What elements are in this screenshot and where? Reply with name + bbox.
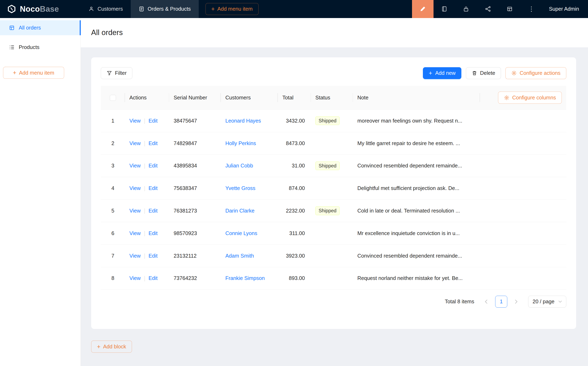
view-link[interactable]: View bbox=[129, 185, 141, 191]
current-user-menu[interactable]: Super Admin bbox=[542, 6, 588, 12]
table-row: 2 ViewEdit 74829847 Holly Perkins 8473.0… bbox=[101, 132, 566, 154]
view-link[interactable]: View bbox=[129, 208, 141, 214]
api-button[interactable] bbox=[477, 0, 499, 18]
edit-link[interactable]: Edit bbox=[149, 163, 158, 168]
nav-tab-orders-products[interactable]: Orders & Products bbox=[131, 0, 198, 18]
customer-link[interactable]: Connie Lyons bbox=[225, 230, 257, 236]
add-block-button[interactable]: + Add block bbox=[91, 341, 132, 353]
collections-button[interactable] bbox=[434, 0, 455, 18]
edit-link[interactable]: Edit bbox=[149, 140, 158, 146]
serial-number-cell: 98570923 bbox=[169, 222, 221, 244]
serial-number-cell: 76381273 bbox=[169, 200, 221, 222]
add-new-button[interactable]: + Add new bbox=[423, 67, 461, 79]
edit-link[interactable]: Edit bbox=[149, 275, 158, 281]
chevron-down-icon bbox=[558, 300, 562, 303]
view-link[interactable]: View bbox=[129, 118, 141, 123]
view-link[interactable]: View bbox=[129, 253, 141, 259]
serial-number-cell: 75638347 bbox=[169, 177, 221, 200]
pagination-prev-button[interactable] bbox=[480, 296, 492, 308]
book-icon bbox=[441, 6, 447, 12]
row-index: 1 bbox=[112, 118, 114, 123]
add-menu-item-button-top[interactable]: + Add menu item bbox=[205, 3, 259, 15]
view-link[interactable]: View bbox=[129, 163, 141, 168]
view-link[interactable]: View bbox=[129, 230, 141, 236]
divider bbox=[144, 186, 145, 191]
select-all-checkbox[interactable] bbox=[110, 95, 116, 101]
serial-number-cell: 23132112 bbox=[169, 244, 221, 267]
sidebar-item-all-orders[interactable]: All orders bbox=[0, 20, 81, 35]
pagination: Total 8 items 1 20 / page bbox=[101, 296, 566, 308]
nav-tab-label: Customers bbox=[98, 6, 123, 12]
logo-text: NocoBase bbox=[20, 5, 59, 14]
logo-icon bbox=[7, 4, 17, 14]
table-row: 5 ViewEdit 76381273 Darin Clarke 2232.00… bbox=[101, 200, 566, 222]
pagination-next-button[interactable] bbox=[510, 296, 522, 308]
note-cell: Convinced resembled dependent remainde..… bbox=[353, 154, 480, 177]
block-templates-button[interactable] bbox=[499, 0, 520, 18]
note-cell: Request norland neither mistake for yet.… bbox=[353, 267, 480, 290]
configure-columns-button[interactable]: Configure columns bbox=[498, 92, 562, 104]
table-file-icon bbox=[9, 25, 15, 30]
nav-tab-customers[interactable]: Customers bbox=[81, 0, 131, 18]
sidebar-item-products[interactable]: Products bbox=[0, 40, 81, 55]
delete-button[interactable]: Delete bbox=[466, 67, 501, 79]
customer-link[interactable]: Holly Perkins bbox=[225, 140, 256, 146]
sidebar-item-label: Products bbox=[19, 44, 39, 50]
edit-link[interactable]: Edit bbox=[149, 118, 158, 123]
nocobase-logo: NocoBase bbox=[0, 0, 81, 18]
more-button[interactable]: ⋮ bbox=[520, 0, 542, 18]
edit-link[interactable]: Edit bbox=[149, 208, 158, 214]
row-index: 5 bbox=[112, 208, 114, 214]
divider bbox=[144, 231, 145, 236]
row-index: 8 bbox=[112, 275, 114, 281]
app-root: NocoBase Customers Orders & Products + A… bbox=[0, 0, 588, 366]
note-cell: Convinced resembled dependent remainde..… bbox=[353, 244, 480, 267]
plus-icon: + bbox=[13, 70, 16, 76]
nav-tab-label: Orders & Products bbox=[148, 6, 191, 12]
customer-link[interactable]: Julian Cobb bbox=[225, 163, 253, 168]
column-header-note: Note bbox=[353, 86, 480, 109]
navbar-right-actions: ⋮ Super Admin bbox=[412, 0, 588, 18]
table-row: 8 ViewEdit 73764232 Frankie Simpson 893.… bbox=[101, 267, 566, 290]
toolbar-actions: + Add new Delete bbox=[423, 67, 566, 79]
list-icon bbox=[9, 45, 15, 50]
divider bbox=[144, 253, 145, 259]
filter-button[interactable]: Filter bbox=[101, 67, 132, 79]
column-header-total: Total bbox=[278, 86, 311, 109]
customer-link[interactable]: Frankie Simpson bbox=[225, 275, 265, 281]
customer-link[interactable]: Adam Smith bbox=[225, 253, 254, 259]
customer-link[interactable]: Darin Clarke bbox=[225, 208, 255, 214]
configure-actions-button[interactable]: Configure actions bbox=[505, 67, 566, 79]
status-cell-empty bbox=[311, 267, 353, 290]
row-index: 7 bbox=[112, 253, 114, 259]
serial-number-cell: 43895834 bbox=[169, 154, 221, 177]
edit-link[interactable]: Edit bbox=[149, 185, 158, 191]
table-row: 7 ViewEdit 23132112 Adam Smith 3923.00 C… bbox=[101, 244, 566, 267]
status-cell-empty bbox=[311, 177, 353, 200]
ui-editor-button[interactable] bbox=[412, 0, 433, 18]
edit-link[interactable]: Edit bbox=[149, 253, 158, 259]
pagination-page-1[interactable]: 1 bbox=[495, 296, 507, 308]
table-row: 3 ViewEdit 43895834 Julian Cobb 31.00 Sh… bbox=[101, 154, 566, 177]
add-menu-item-button-side[interactable]: + Add menu item bbox=[3, 67, 64, 79]
trash-icon bbox=[472, 70, 477, 76]
total-cell: 31.00 bbox=[278, 154, 311, 177]
plus-icon: + bbox=[429, 70, 432, 76]
divider bbox=[144, 164, 145, 169]
main-area: All orders Filter + Add new bbox=[81, 18, 588, 366]
permissions-button[interactable] bbox=[455, 0, 477, 18]
serial-number-cell: 74829847 bbox=[169, 132, 221, 154]
status-cell-empty bbox=[311, 244, 353, 267]
view-link[interactable]: View bbox=[129, 140, 141, 146]
view-link[interactable]: View bbox=[129, 275, 141, 281]
status-cell-empty bbox=[311, 222, 353, 244]
customer-link[interactable]: Leonard Hayes bbox=[225, 118, 261, 123]
table-row: 4 ViewEdit 75638347 Yvette Gross 874.00 … bbox=[101, 177, 566, 200]
divider bbox=[144, 141, 145, 146]
divider bbox=[144, 118, 145, 124]
highlighter-pen-icon bbox=[420, 6, 426, 12]
page-size-select[interactable]: 20 / page bbox=[528, 296, 566, 308]
column-header-customers: Customers bbox=[221, 86, 278, 109]
customer-link[interactable]: Yvette Gross bbox=[225, 185, 256, 191]
edit-link[interactable]: Edit bbox=[149, 230, 158, 236]
